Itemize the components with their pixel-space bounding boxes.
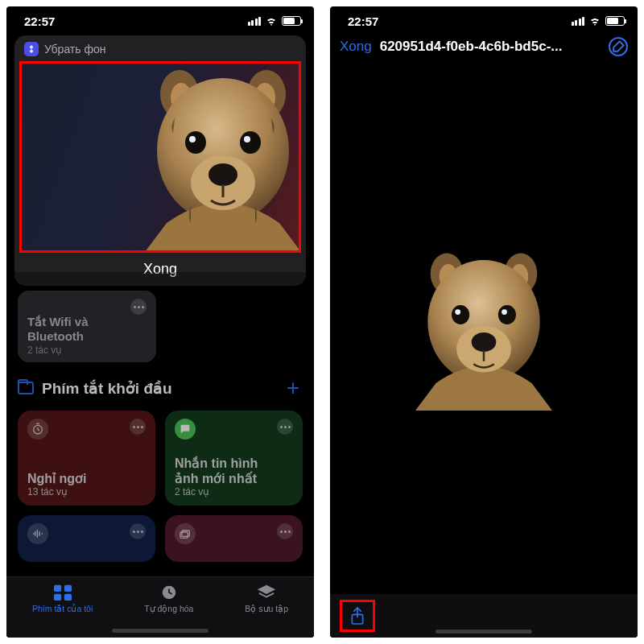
tab-my-shortcuts[interactable]: Phím tắt của tôi xyxy=(32,584,93,613)
wifi-icon xyxy=(265,16,278,26)
wifi-icon xyxy=(588,16,601,26)
tile-message[interactable]: Nhắn tin hình ảnh mới nhất 2 tác vụ xyxy=(165,411,303,506)
svg-point-7 xyxy=(185,131,206,154)
svg-point-10 xyxy=(244,136,250,142)
more-icon[interactable] xyxy=(130,523,146,539)
done-button[interactable]: Xong xyxy=(340,39,372,55)
svg-point-9 xyxy=(240,131,261,154)
background-content: Tắt Wifi và Bluetooth 2 tác vụ xyxy=(6,286,314,362)
message-icon xyxy=(175,419,196,440)
tab-automation[interactable]: Tự động hóa xyxy=(144,584,193,613)
waveform-icon xyxy=(27,523,48,544)
svg-rect-14 xyxy=(54,585,61,592)
battery-icon xyxy=(605,16,625,26)
cellular-icon xyxy=(572,17,585,26)
status-time: 22:57 xyxy=(24,14,55,28)
section-header: Phím tắt khởi đầu + xyxy=(6,362,314,407)
tile-audio[interactable] xyxy=(18,515,155,562)
battery-icon xyxy=(282,16,301,26)
home-indicator xyxy=(436,630,532,634)
tab-bar: Phím tắt của tôi Tự động hóa Bộ sưu tập xyxy=(6,576,314,638)
svg-point-8 xyxy=(189,136,196,142)
more-icon[interactable] xyxy=(277,419,293,435)
wifi-bluetooth-tile[interactable]: Tắt Wifi và Bluetooth 2 tác vụ xyxy=(18,291,156,362)
status-bar: 22:57 xyxy=(330,6,638,32)
shortcut-result-header: Убрать фон xyxy=(19,40,301,61)
svg-point-25 xyxy=(472,332,497,352)
tab-gallery[interactable]: Bộ sưu tập xyxy=(245,584,288,613)
folder-icon xyxy=(18,382,34,394)
timer-icon xyxy=(27,419,48,440)
more-icon[interactable] xyxy=(130,299,147,315)
status-time: 22:57 xyxy=(348,14,378,28)
tile-rest[interactable]: Nghỉ ngơi 13 tác vụ xyxy=(18,411,155,506)
viewer-toolbar xyxy=(330,594,638,638)
more-icon[interactable] xyxy=(277,523,293,539)
share-button[interactable] xyxy=(340,600,375,632)
svg-point-27 xyxy=(455,309,460,315)
image-viewer[interactable] xyxy=(330,63,638,594)
status-right xyxy=(248,16,302,26)
svg-rect-16 xyxy=(54,594,61,601)
quokka-image xyxy=(142,62,301,253)
shortcuts-app-icon xyxy=(24,42,39,56)
section-title: Phím tắt khởi đầu xyxy=(42,379,172,398)
status-right xyxy=(572,16,625,26)
svg-point-28 xyxy=(498,305,516,324)
shortcut-name-label: Убрать фон xyxy=(44,43,106,56)
result-image-preview[interactable] xyxy=(19,61,301,253)
done-button[interactable]: Xong xyxy=(19,253,301,278)
svg-point-29 xyxy=(502,309,507,315)
cellular-icon xyxy=(248,17,262,26)
svg-rect-17 xyxy=(64,594,71,601)
svg-point-6 xyxy=(208,163,237,186)
phone-left: 22:57 Убрать фон xyxy=(6,6,314,638)
home-indicator xyxy=(112,629,208,633)
phone-right: 22:57 Xong 620951d4-f0eb-4c6b-bd5c-... xyxy=(330,6,638,638)
add-shortcut-button[interactable]: + xyxy=(287,377,299,399)
tile-photo[interactable] xyxy=(165,515,303,562)
markup-icon[interactable] xyxy=(609,37,628,56)
more-icon[interactable] xyxy=(130,419,146,435)
status-bar: 22:57 xyxy=(6,6,314,32)
filename-label: 620951d4-f0eb-4c6b-bd5c-... xyxy=(380,39,601,55)
photo-stack-icon xyxy=(175,523,196,544)
svg-rect-15 xyxy=(64,585,71,592)
viewer-header: Xong 620951d4-f0eb-4c6b-bd5c-... xyxy=(330,32,638,63)
svg-point-26 xyxy=(452,305,469,324)
quokka-image xyxy=(415,246,552,411)
shortcut-result-card: Убрать фон xyxy=(14,35,306,286)
